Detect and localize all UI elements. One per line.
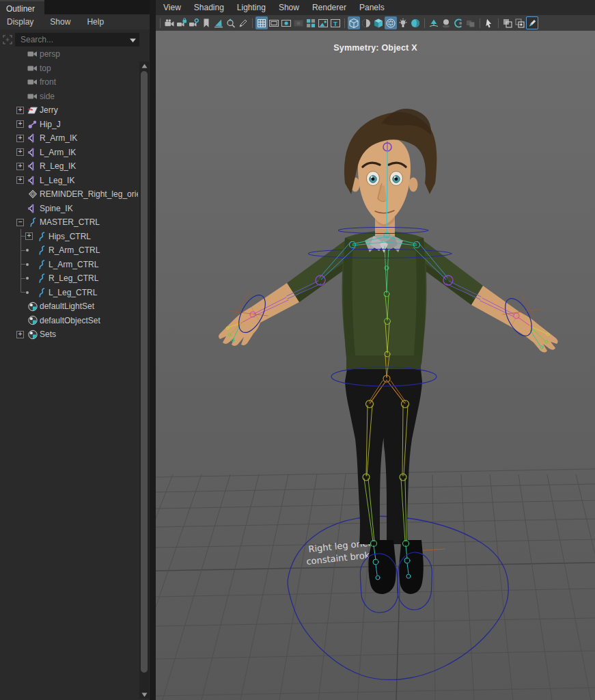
outliner-item-label: R_Arm_IK [40, 133, 77, 143]
expand-toggle-icon[interactable]: + [16, 163, 24, 170]
expand-toggle-icon[interactable]: + [16, 120, 24, 128]
scrollbar-thumb[interactable] [141, 71, 148, 673]
right-shoe [399, 540, 424, 594]
ol-menu-display[interactable]: Display [7, 17, 33, 27]
outliner-item-L_Arm_IK[interactable]: +L_Arm_IK [0, 146, 138, 160]
svg-text:T: T [333, 19, 337, 27]
outliner-item-top[interactable]: top [0, 62, 138, 76]
outliner-item-R_Arm_IK[interactable]: +R_Arm_IK [0, 131, 138, 146]
sphere-shaded-icon[interactable] [360, 16, 372, 29]
outliner-item-Hips_CTRL[interactable]: +Hips_CTRL [0, 230, 138, 244]
scroll-up-icon[interactable] [139, 62, 149, 70]
cube-shaded-icon[interactable] [372, 16, 385, 29]
safe-action-icon[interactable] [317, 16, 329, 29]
expand-toggle-icon[interactable]: + [16, 331, 24, 338]
grease-pencil-frame-icon[interactable] [526, 16, 538, 29]
motion-blur-icon[interactable] [465, 16, 477, 29]
grid-icon[interactable] [255, 16, 268, 29]
camera-icon [27, 77, 38, 88]
viewport-canvas[interactable]: Right leg orient constaint broken [156, 31, 595, 700]
cube-wireframe-icon[interactable] [348, 16, 360, 29]
outliner-scrollbar[interactable] [139, 62, 149, 699]
expand-toggle-icon[interactable]: + [16, 148, 24, 156]
outliner-item-label: Hip_J [40, 120, 61, 129]
outliner-item-L_Arm_CTRL[interactable]: L_Arm_CTRL [0, 258, 138, 272]
film-gate-icon[interactable] [268, 16, 280, 29]
gate-mask-icon[interactable] [292, 16, 305, 29]
outliner-item-persp[interactable]: persp [0, 47, 138, 62]
outliner-item-MASTER_CTRL[interactable]: −MASTER_CTRL [0, 215, 138, 230]
vp-menu-show[interactable]: Show [279, 3, 299, 12]
grease-pencil-icon[interactable] [237, 16, 249, 29]
set-icon [27, 301, 38, 312]
xray-joints-icon[interactable] [514, 16, 526, 29]
isolate-select-icon[interactable] [483, 16, 495, 29]
use-all-lights-icon[interactable] [428, 16, 440, 29]
ik-icon [27, 203, 38, 213]
outliner-panel: Outliner DisplayShowHelp persptopfrontsi… [0, 0, 150, 700]
camera-icon [27, 63, 38, 73]
outliner-tab[interactable]: Outliner [0, 0, 44, 14]
outliner-item-front[interactable]: front [0, 75, 138, 90]
ik-icon [27, 147, 38, 157]
outliner-item-defaultLightSet[interactable]: defaultLightSet [0, 299, 138, 314]
xray-icon[interactable] [501, 16, 514, 29]
outliner-item-Sets[interactable]: +Sets [0, 327, 138, 342]
chevron-down-icon[interactable] [129, 33, 137, 46]
camera-icon[interactable] [163, 16, 176, 29]
safe-title-icon[interactable]: T [329, 16, 342, 29]
shadows-icon[interactable] [440, 16, 452, 29]
camera-gear-icon[interactable] [188, 16, 200, 29]
field-chart-icon[interactable] [305, 16, 317, 29]
outliner-item-defaultObjectSet[interactable]: defaultObjectSet [0, 314, 138, 328]
textured-sphere-icon[interactable] [409, 16, 421, 29]
camera-lock-icon[interactable] [176, 16, 188, 29]
outliner-item-R_Arm_CTRL[interactable]: R_Arm_CTRL [0, 243, 138, 258]
expand-toggle-icon[interactable]: + [16, 176, 24, 184]
bookmark-icon[interactable] [200, 16, 212, 29]
scroll-down-icon[interactable] [139, 690, 149, 699]
outliner-item-side[interactable]: side [0, 90, 138, 104]
vp-menu-panels[interactable]: Panels [359, 3, 385, 12]
outliner-item-R_Leg_CTRL[interactable]: R_Leg_CTRL [0, 271, 138, 286]
outliner-item-REMINDER_Right_leg_orient_c[interactable]: REMINDER_Right_leg_orient_c [0, 187, 138, 202]
vp-menu-view[interactable]: View [163, 3, 181, 12]
outliner-item-R_Leg_IK[interactable]: +R_Leg_IK [0, 159, 138, 174]
set-icon [27, 329, 38, 340]
camera-icon [27, 91, 38, 101]
light-icon[interactable] [397, 16, 409, 29]
vp-menu-renderer[interactable]: Renderer [312, 3, 346, 12]
outliner-item-label: top [40, 64, 51, 73]
outliner-item-label: side [40, 92, 55, 101]
outliner-item-Spine_IK[interactable]: Spine_IK [0, 202, 138, 216]
vp-menu-shading[interactable]: Shading [194, 3, 224, 12]
outliner-item-L_Leg_IK[interactable]: +L_Leg_IK [0, 174, 138, 188]
outliner-item-label: defaultObjectSet [40, 316, 100, 325]
panel-divider[interactable] [150, 0, 156, 700]
search-input[interactable] [19, 34, 128, 45]
filter-icon[interactable] [1, 33, 14, 46]
wireframe-on-shaded-icon[interactable] [385, 16, 397, 29]
expand-toggle-icon[interactable]: + [16, 135, 24, 142]
outliner-item-L_Leg_CTRL[interactable]: L_Leg_CTRL [0, 286, 138, 300]
outliner-item-label: defaultLightSet [40, 301, 94, 311]
expand-toggle-icon[interactable]: + [16, 107, 24, 114]
image-plane-icon[interactable] [212, 16, 225, 29]
outliner-item-Hip_J[interactable]: +Hip_J [0, 118, 138, 132]
outliner-item-label: REMINDER_Right_leg_orient_c [40, 189, 138, 199]
search-input-wrap [15, 33, 139, 46]
ol-menu-show[interactable]: Show [50, 17, 70, 27]
ol-menu-help[interactable]: Help [87, 17, 104, 27]
toolbar-separator [480, 18, 480, 28]
expand-toggle-icon[interactable]: − [16, 219, 24, 226]
expand-toggle-icon[interactable]: + [25, 232, 33, 240]
outliner-item-label: Sets [40, 329, 56, 339]
outliner-item-Jerry[interactable]: +Jerry [0, 103, 138, 118]
ambient-occlusion-icon[interactable] [452, 16, 465, 29]
resolution-gate-icon[interactable] [280, 16, 292, 29]
toolbar-separator [252, 18, 253, 28]
curve-icon [27, 217, 38, 228]
toolbar-separator [424, 18, 425, 28]
pan-zoom-icon[interactable] [225, 16, 237, 29]
vp-menu-lighting[interactable]: Lighting [237, 3, 266, 12]
